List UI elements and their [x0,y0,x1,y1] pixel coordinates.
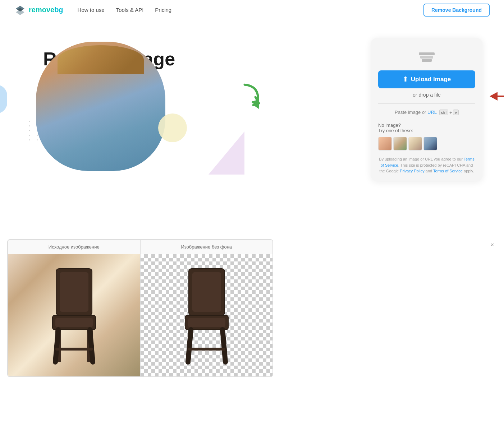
svg-rect-5 [60,272,88,312]
nav-tools-api[interactable]: Tools & API [116,7,144,13]
original-image [8,254,141,376]
comparison-images [8,254,272,376]
nav-links: How to use Tools & API Pricing [78,7,423,13]
svg-line-10 [55,330,58,362]
upload-widget: ⬆ Upload Image or drop a file Paste imag… [371,38,482,181]
svg-line-18 [223,330,225,362]
widget-icon-area [378,47,475,63]
triangle-decoration [209,131,244,175]
url-link[interactable]: URL [427,110,437,115]
svg-rect-7 [55,318,93,327]
logo-link[interactable]: removebg [14,4,63,16]
paste-area: Paste image or URL ctrl + v [378,110,475,115]
divider [378,103,475,104]
layer-1 [419,52,435,55]
layers-icon [419,52,435,63]
chair-original-svg [45,265,103,366]
nav-pricing[interactable]: Pricing [155,7,171,13]
drop-file-text: or drop a file [378,92,475,98]
upload-image-button[interactable]: ⬆ Upload Image [378,70,475,88]
circle-decoration [158,113,187,142]
svg-line-11 [90,330,93,362]
comparison-box: Исходное изображение Изображение без фон… [7,239,273,377]
svg-line-17 [188,330,191,362]
comparison-close-button[interactable]: × [491,242,494,248]
logo-text: removebg [29,6,63,14]
hero-right: ⬆ Upload Image or drop a file Paste imag… [371,42,482,181]
privacy-policy-link[interactable]: Privacy Policy [400,169,424,173]
chair-processed-svg [178,265,235,366]
terms-text: By uploading an image or URL you agree t… [378,156,475,174]
svg-rect-12 [55,348,93,351]
navbar: removebg How to use Tools & API Pricing … [0,0,504,20]
hero-subtitle: 100% Automatically and Free [43,96,371,104]
upload-icon: ⬆ [403,75,408,83]
red-arrow [490,92,504,101]
no-image-label: No image? Try one of these: [378,122,413,133]
hero-left: Remove Image Background 100% Automatical… [43,42,371,104]
svg-rect-19 [188,348,225,351]
label-original: Исходное изображение [8,240,141,254]
hero-title: Remove Image Background [43,49,371,90]
logo-icon [14,4,26,16]
sample-thumb-car[interactable] [423,137,437,150]
layer-3 [422,59,432,62]
no-image-section: No image? Try one of these: [378,122,475,150]
sample-thumb-person[interactable] [378,137,392,150]
comparison-header: Исходное изображение Изображение без фон… [8,240,272,254]
hero-section: Remove Image Background 100% Automatical… [0,20,504,228]
nav-how-to-use[interactable]: How to use [78,7,105,13]
sample-thumbnails [378,137,437,150]
keyboard-hint: ctrl + v [439,110,459,115]
comparison-section: Исходное изображение Изображение без фон… [7,239,497,377]
terms-of-service-link-2[interactable]: Terms of Service [433,169,463,173]
blue-circle-decoration [0,85,7,113]
svg-rect-16 [188,318,225,327]
label-processed: Изображение без фона [141,240,273,254]
sample-thumb-food[interactable] [408,137,422,150]
processed-image [141,254,272,376]
svg-rect-14 [192,272,221,312]
nav-remove-background-button[interactable]: Remove Background [423,4,490,17]
sample-thumb-dog[interactable] [393,137,407,150]
dots-decoration [29,121,73,140]
layer-2 [420,56,433,59]
